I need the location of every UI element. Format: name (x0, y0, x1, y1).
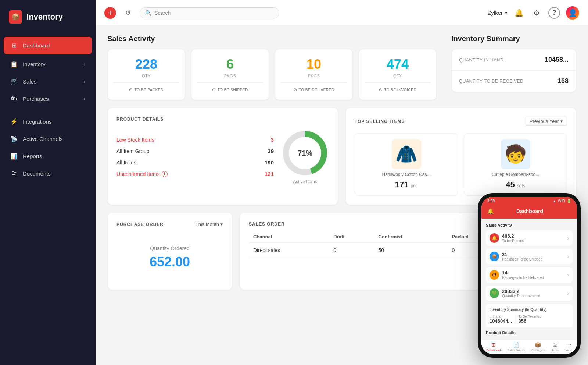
avatar[interactable]: 👤 (566, 6, 579, 20)
sidebar-item-label: Active Channels (23, 136, 62, 142)
search-icon: 🔍 (145, 10, 151, 16)
packed-label: ⊙ TO BE PACKED (129, 87, 163, 92)
product-row-allitems: All Items 190 (116, 159, 274, 166)
product-label-unconfirmed: Unconfirmed Items ℹ (116, 171, 168, 177)
item1-image: 🧥 (392, 139, 421, 169)
sidebar-item-purchases[interactable]: 🛍 Purchases › (0, 90, 96, 107)
item2-qty: 45 (506, 180, 514, 189)
add-button[interactable]: + (104, 7, 116, 19)
item2-unit: sets (517, 183, 525, 188)
sidebar-item-inventory[interactable]: 📋 Inventory › (0, 56, 96, 73)
purchase-order-amount: 652.00 (150, 254, 190, 270)
topbar-right: Zylker ▾ 🔔 ⚙ ? 👤 (488, 6, 579, 20)
donut-caption: Active Items (293, 179, 317, 184)
purchase-order-filter[interactable]: This Month ▾ (196, 222, 223, 227)
delivered-label: ⊘ TO BE DELIVERED (293, 87, 334, 92)
inventory-row-received: QUANTITY TO BE RECEIVED 168 (452, 71, 576, 92)
reports-icon: 📊 (10, 153, 18, 160)
donut-chart-container: 71% Active Items (281, 129, 329, 184)
inventory-row-hand: QUANTITY IN HAND 10458... (452, 49, 576, 71)
top-selling-item-1: 🧥 Hanswooly Cotton Cas... 171 pcs (355, 133, 458, 196)
sidebar-item-label: Sales (23, 78, 37, 85)
sidebar-item-label: Purchases (23, 96, 49, 102)
purchases-icon: 🛍 (10, 95, 18, 102)
product-row-lowstock[interactable]: Low Stock Items 3 (116, 137, 274, 143)
phone-inv-hand: In Hand 1046044... (490, 315, 512, 324)
inventory-icon: 📋 (10, 61, 18, 68)
chevron-right-icon: › (84, 79, 85, 84)
sidebar-item-dashboard[interactable]: ⊞ Dashboard (4, 37, 92, 54)
product-value-unconfirmed: 121 (265, 171, 274, 177)
inventory-summary-card: QUANTITY IN HAND 10458... QUANTITY TO BE… (451, 49, 576, 92)
product-label-lowstock: Low Stock Items (116, 137, 154, 143)
sidebar-item-documents[interactable]: 🗂 Documents (0, 165, 96, 182)
inventory-label-hand: QUANTITY IN HAND (459, 57, 503, 63)
phone-nav-packages[interactable]: 📦 Packages (531, 342, 544, 352)
phone-nav-items[interactable]: 🗂 Items (551, 342, 559, 352)
sidebar-item-sales[interactable]: 🛒 Sales › (0, 73, 96, 90)
sidebar-item-label: Dashboard (23, 42, 50, 49)
user-chevron-icon: ▾ (505, 10, 507, 15)
product-value-lowstock: 3 (271, 137, 274, 143)
phone-act1-label: To be Packed (502, 239, 564, 243)
sidebar-item-label: Inventory (23, 61, 46, 67)
sidebar-nav: ⊞ Dashboard 📋 Inventory › 🛒 Sales › 🛍 Pu… (0, 34, 96, 365)
settings-button[interactable]: ⚙ (531, 7, 542, 19)
phone-screen: 2:59 ▲WiFi🔋 🔔 Dashboard Sales Activity 🔔… (481, 197, 577, 354)
cell-confirmed: 50 (374, 243, 447, 258)
invoiced-label: ⊙ TO BE INVOICED (379, 87, 416, 92)
search-input[interactable] (154, 10, 274, 16)
phone-header-title: Dashboard (497, 208, 562, 214)
history-button[interactable]: ↺ (122, 7, 134, 19)
phone-mockup: 2:59 ▲WiFi🔋 🔔 Dashboard Sales Activity 🔔… (478, 193, 581, 358)
phone-activity-1[interactable]: 🔔 466.2 To be Packed › (486, 230, 573, 246)
sidebar-item-reports[interactable]: 📊 Reports (0, 148, 96, 165)
product-details-card: PRODUCT DETAILS Low Stock Items 3 All It… (107, 107, 338, 205)
chevron-right-icon: › (84, 62, 85, 67)
phone-activity-2[interactable]: 📦 21 Packages To be Shipped › (486, 249, 573, 264)
phone-act4-value: 20833.2 (502, 288, 564, 294)
delivered-number: 10 (306, 57, 321, 72)
sales-card-invoiced: 474 Qty ⊙ TO BE INVOICED (359, 49, 437, 100)
product-row-unconfirmed[interactable]: Unconfirmed Items ℹ 121 (116, 171, 274, 177)
phone-inv-receive-label: To Be Received (518, 315, 541, 318)
top-selling-filter[interactable]: Previous Year ▾ (526, 117, 567, 126)
documents-icon: 🗂 (10, 170, 18, 177)
inventory-value-hand: 10458... (545, 56, 569, 64)
phone-activity-4[interactable]: 💚 20833.2 Quantity To be Invoiced › (486, 286, 573, 301)
phone-time: 2:59 (487, 199, 495, 203)
phone-nav-dashboard[interactable]: ⊞ Dashboard (486, 342, 501, 352)
user-name: Zylker (488, 10, 503, 16)
shipped-label: ⊙ TO BE SHIPPED (212, 87, 248, 92)
user-menu[interactable]: Zylker ▾ (488, 10, 507, 16)
item2-image: 🧒 (501, 139, 530, 169)
phone-activity-3[interactable]: ⏱ 14 Packages to be Delivered › (486, 267, 573, 283)
phone-act4-label: Quantity To be Invoiced (502, 294, 564, 298)
help-button[interactable]: ? (548, 7, 560, 19)
product-label-allitems: All Items (116, 160, 136, 166)
sidebar-item-active-channels[interactable]: 📡 Active Channels (0, 130, 96, 148)
phone-bottom-nav: ⊞ Dashboard 📄 Sales Orders 📦 Packages 🗂 … (481, 339, 577, 354)
packed-unit: Qty (142, 74, 151, 78)
invoiced-number: 474 (387, 57, 409, 72)
sales-activity-section: Sales Activity 228 Qty ⊙ TO BE PACKED 6 … (107, 35, 437, 100)
sidebar-logo: 📦 Inventory (0, 0, 96, 34)
purchase-order-subtitle: Quantity Ordered (150, 245, 189, 251)
col-confirmed: Confirmed (374, 231, 447, 243)
phone-nav-sales-orders[interactable]: 📄 Sales Orders (508, 342, 525, 352)
filter-chevron-icon: ▾ (560, 118, 563, 124)
topbar: + ↺ 🔍 Zylker ▾ 🔔 ⚙ ? 👤 (96, 0, 588, 26)
phone-sales-title: Sales Activity (486, 223, 573, 227)
purchase-order-card: PURCHASE ORDER This Month ▾ Quantity Ord… (107, 212, 232, 290)
phone-inv-receive: To Be Received 356 (518, 315, 541, 324)
notifications-button[interactable]: 🔔 (513, 7, 525, 19)
phone-content: Sales Activity 🔔 466.2 To be Packed › 📦 … (481, 219, 577, 339)
col-channel: Channel (249, 231, 329, 243)
phone-inv-title: Inventory Summary (In Quantity) (490, 308, 569, 312)
invoiced-unit: Qty (393, 74, 402, 78)
search-bar[interactable]: 🔍 (140, 7, 279, 18)
phone-nav-more[interactable]: ⋯ More (565, 342, 572, 352)
sidebar-logo-icon: 📦 (9, 10, 22, 24)
sidebar-item-integrations[interactable]: ⚡ Integrations (0, 113, 96, 130)
inventory-value-received: 168 (557, 77, 569, 85)
